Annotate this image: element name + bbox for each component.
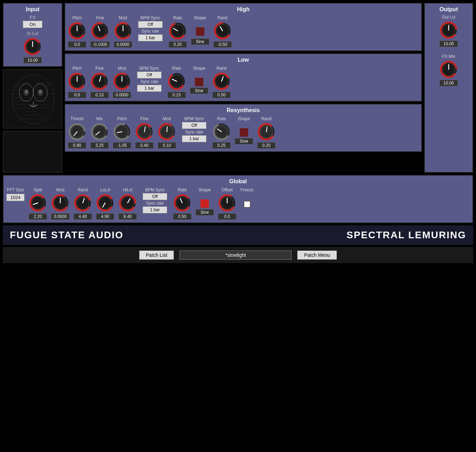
global-lolvl-knob[interactable] <box>96 194 114 212</box>
in-lvl-value: 10.00 <box>23 57 42 63</box>
global-rand-knob[interactable] <box>74 194 92 212</box>
resynthesis-shape-color[interactable] <box>240 128 248 137</box>
brand-left: FUGUE STATE AUDIO <box>10 230 123 241</box>
low-rand-knob[interactable] <box>212 72 231 90</box>
resynthesis-thresh-knob[interactable] <box>68 123 86 141</box>
global-sync-rate-label: Sync rate <box>146 201 164 206</box>
out-lvl-knob[interactable] <box>440 21 458 39</box>
high-fine-knob[interactable] <box>91 22 109 40</box>
resynthesis-bpm-sync-group: BPM Sync Off Sync rate 1 bar <box>180 116 208 142</box>
global-shape-color[interactable] <box>200 199 209 208</box>
resynthesis-pitch-group: Pitch -1.05 <box>113 116 131 149</box>
high-shape-color[interactable] <box>196 27 204 36</box>
lemur-image <box>3 69 62 129</box>
low-title: Low <box>68 57 419 63</box>
low-fine-value: 0.10 <box>90 92 109 98</box>
low-fine-knob[interactable] <box>90 72 109 90</box>
global-hilvl-knob[interactable] <box>118 194 137 212</box>
svg-point-29 <box>25 90 28 94</box>
high-rate-knob[interactable] <box>169 22 187 40</box>
resynthesis-sync-rate-label: Sync rate <box>185 130 203 135</box>
svg-point-30 <box>39 90 42 94</box>
footer-brand: FUGUE STATE AUDIO SPECTRAL LEMURING <box>3 225 473 245</box>
resynthesis-sync-rate-value: 1 bar <box>182 135 206 142</box>
low-mod-knob[interactable] <box>113 72 131 90</box>
global-lolvl-label: LoLvl <box>100 187 110 192</box>
in-lvl-label: In Lvl <box>27 31 38 36</box>
resynthesis-rate-knob[interactable] <box>212 123 231 141</box>
global-hilvl-group: HiLvl 8.40 <box>118 187 137 220</box>
fx-mix-knob[interactable] <box>440 60 458 78</box>
resynthesis-shape-group: Shape Sine <box>235 116 253 144</box>
resynthesis-fine-knob[interactable] <box>135 123 154 141</box>
high-pitch-value: 0.0 <box>68 41 86 48</box>
low-bpm-sync-button[interactable]: Off <box>137 71 162 78</box>
resynthesis-shape-label: Shape <box>238 116 250 121</box>
output-panel: Output Out Lvl 10.00 FX Mix 10.00 <box>424 3 473 173</box>
resynthesis-mix-knob[interactable] <box>90 123 109 141</box>
resynthesis-thresh-group: Thresh 0.90 <box>68 116 86 149</box>
high-shape-value: Sine <box>191 39 209 45</box>
global-bpm-sync-label: BPM Sync <box>145 187 165 192</box>
low-mod-group: Mod 0.0000 <box>113 66 131 98</box>
patch-list-button[interactable]: Patch List <box>139 251 174 260</box>
resynthesis-bpm-sync-button[interactable]: Off <box>182 122 206 129</box>
low-rate-value: 0.15 <box>168 92 186 98</box>
resynthesis-mix-value: 3.25 <box>90 142 109 149</box>
high-mod-label: Mod <box>119 15 127 20</box>
resynthesis-rand-group: Rand 0.20 <box>257 116 276 149</box>
high-knobs-row: Pitch 0.0 Fine <box>68 15 419 48</box>
in-lvl-knob[interactable] <box>23 37 42 56</box>
global-rate-knob[interactable] <box>173 194 191 212</box>
global-mod-label: Mod <box>56 187 64 192</box>
high-mod-group: Mod 0.0000 <box>114 15 132 48</box>
patch-name-input[interactable] <box>179 251 292 260</box>
fft-size-value: 1024 <box>6 194 25 201</box>
resynthesis-rand-knob[interactable] <box>257 123 276 141</box>
high-rate-label: Rate <box>173 15 182 20</box>
low-pitch-value: 0.0 <box>68 92 86 98</box>
global-split-label: Split <box>34 187 42 192</box>
high-pitch-knob[interactable] <box>68 22 86 40</box>
global-split-group: Split 2.20 <box>29 187 47 220</box>
resynthesis-mix-group: Mix 3.25 <box>90 116 109 149</box>
resynthesis-fine-label: Fine <box>140 116 148 121</box>
high-rand-value: -0.50 <box>213 41 232 48</box>
fft-size-label: FFT Size <box>7 187 24 192</box>
low-rate-knob[interactable] <box>168 72 186 90</box>
resynthesis-knobs-row: Thresh 0.90 Mix <box>68 116 419 149</box>
high-sync-rate-label: Sync rate <box>141 29 159 34</box>
global-mod-value: 0.0000 <box>51 213 69 220</box>
low-sync-rate-value: 1 bar <box>137 85 162 92</box>
high-rand-knob[interactable] <box>213 22 232 40</box>
low-fine-label: Fine <box>95 66 103 71</box>
high-fine-value: -0.1000 <box>90 41 110 48</box>
high-shape-group: Shape Shape Sine <box>191 15 209 45</box>
resynthesis-pitch-knob[interactable] <box>113 123 131 141</box>
high-bpm-sync-button[interactable]: Off <box>138 21 163 28</box>
fx-on-button[interactable]: On <box>23 21 42 28</box>
resynthesis-mod-group: Mod 0.10 <box>158 116 176 149</box>
low-pitch-knob[interactable] <box>68 72 86 90</box>
global-offset-knob[interactable] <box>218 194 236 212</box>
global-rand-group: Rand 4.40 <box>74 187 92 220</box>
low-pitch-label: Pitch <box>73 66 82 71</box>
global-rate-group: Rate 0.50 <box>173 187 191 220</box>
global-bpm-sync-button[interactable]: Off <box>143 193 167 200</box>
resynthesis-mod-knob[interactable] <box>158 123 176 141</box>
high-mod-knob[interactable] <box>114 22 132 40</box>
brand-right: SPECTRAL LEMURING <box>347 230 467 241</box>
global-split-knob[interactable] <box>29 194 47 212</box>
global-lolvl-value: 4.90 <box>96 213 114 220</box>
resynthesis-thresh-label: Thresh <box>70 116 83 121</box>
low-shape-color[interactable] <box>195 78 203 86</box>
high-rand-label: Rand <box>217 15 227 20</box>
low-mod-label: Mod <box>118 66 126 71</box>
low-fine-group: Fine 0.10 <box>90 66 109 98</box>
resynthesis-mod-label: Mod <box>163 116 171 121</box>
global-freeze-checkbox[interactable] <box>244 201 251 208</box>
patch-menu-button[interactable]: Patch Menu <box>297 251 337 260</box>
low-sync-rate-label: Sync rate <box>141 79 158 84</box>
global-mod-knob[interactable] <box>51 194 69 212</box>
low-shape-value: Sine <box>190 88 208 94</box>
